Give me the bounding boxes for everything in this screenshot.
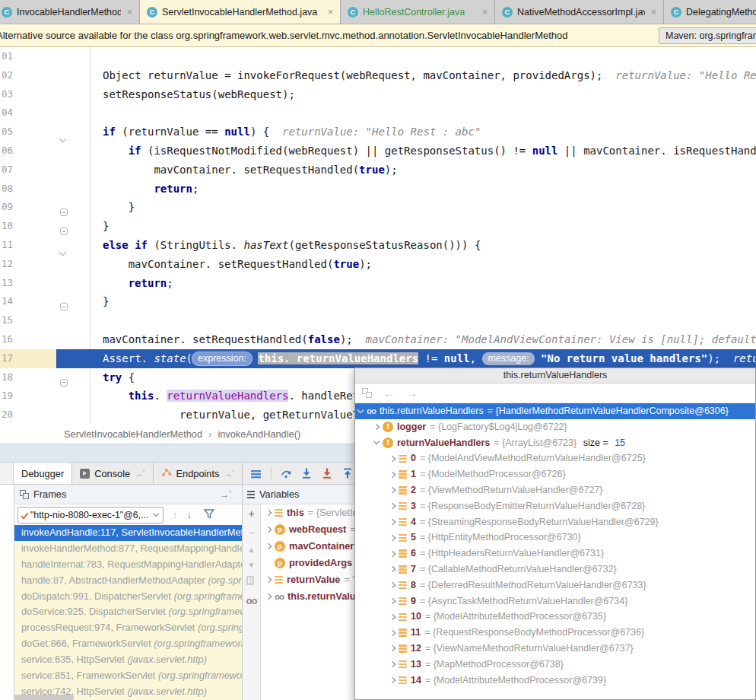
editor-tab-5[interactable]: CDelegatingMethodAccessorImpl.java× bbox=[664, 0, 756, 24]
close-icon[interactable]: × bbox=[127, 7, 132, 18]
code-line[interactable]: 03setResponseStatus(webRequest); bbox=[0, 85, 756, 104]
expander-icon[interactable] bbox=[357, 407, 364, 413]
code-line[interactable]: 09} bbox=[0, 198, 756, 217]
expander-icon[interactable] bbox=[389, 661, 395, 667]
code-line[interactable]: 01 bbox=[0, 47, 756, 66]
breadcrumb-item[interactable]: ServletInvocableHandlerMethod bbox=[64, 428, 202, 440]
tree-row[interactable]: 10 = {ModelAttributeMethodProcessor@6735… bbox=[355, 609, 755, 625]
stack-frame-row[interactable]: handleInternal:783, RequestMappingHandle… bbox=[14, 557, 242, 573]
tree-row[interactable]: 5 = {HttpEntityMethodProcessor@6730} bbox=[355, 530, 755, 546]
expander-icon[interactable] bbox=[389, 677, 395, 683]
expander-icon[interactable] bbox=[389, 503, 395, 509]
back-arrow-icon[interactable]: ← bbox=[383, 387, 395, 399]
frame-down-icon[interactable]: ↓ bbox=[187, 509, 192, 520]
thread-dropdown[interactable]: "http-nio-8080-exec-1"@6,... bbox=[17, 507, 164, 523]
expander-icon[interactable] bbox=[373, 424, 380, 430]
expander-icon[interactable] bbox=[389, 471, 395, 477]
expander-icon[interactable] bbox=[265, 527, 272, 533]
expander-icon[interactable] bbox=[389, 582, 395, 588]
tree-row[interactable]: 9 = {AsyncTaskMethodReturnValueHandler@6… bbox=[355, 593, 755, 609]
expander-icon[interactable] bbox=[389, 535, 395, 541]
stack-frame-row[interactable]: processRequest:974, FrameworkServlet (or… bbox=[14, 620, 242, 636]
tree-row[interactable]: 12 = {ViewNameMethodReturnValueHandler@6… bbox=[355, 641, 755, 657]
stack-frame-row[interactable]: service:635, HttpServlet (javax.servlet.… bbox=[14, 652, 242, 668]
expander-icon[interactable] bbox=[265, 577, 272, 583]
tree-row[interactable]: 7 = {CallableMethodReturnValueHandler@67… bbox=[355, 562, 755, 578]
tool-window-tab-console[interactable]: Console→ʾ bbox=[72, 463, 153, 484]
breadcrumb-item[interactable]: invokeAndHandle() bbox=[218, 428, 300, 440]
stack-frame-row[interactable]: doDispatch:991, DispatcherServlet (org.s… bbox=[14, 589, 242, 605]
editor-tab-1[interactable]: CInvocableHandlerMethod.java× bbox=[0, 0, 140, 24]
expander-icon[interactable] bbox=[389, 598, 395, 604]
expander-icon[interactable] bbox=[389, 487, 395, 493]
move-up-icon[interactable]: ▲ bbox=[248, 546, 256, 554]
frames-pin-icon[interactable]: →ʻ bbox=[220, 489, 231, 500]
remove-watch-icon[interactable]: − bbox=[248, 527, 254, 539]
threads-menu-icon[interactable] bbox=[250, 467, 262, 479]
tool-window-tab-endpoints[interactable]: Endpoints→ʾ bbox=[154, 463, 243, 484]
stack-frame-row[interactable]: doService:925, DispatcherServlet (org.sp… bbox=[14, 604, 242, 620]
frame-up-icon[interactable]: ↑ bbox=[173, 509, 178, 520]
fold-marker-icon[interactable] bbox=[60, 374, 68, 393]
tree-row[interactable]: 14 = {ModelAttributeMethodProcessor@6739… bbox=[355, 673, 755, 689]
horizontal-scrollbar-thumb[interactable] bbox=[14, 695, 74, 700]
code-line[interactable]: 16mavContainer. setRequestHandled(false)… bbox=[0, 330, 756, 349]
tree-row[interactable]: freturnValueHandlers = {ArrayList@6723} … bbox=[355, 435, 755, 451]
popup-variable-tree[interactable]: oothis.returnValueHandlers = {HandlerMet… bbox=[355, 403, 755, 699]
editor-tab-4[interactable]: CNativeMethodAccessorImpl.java× bbox=[495, 0, 664, 24]
duplicate-watch-icon[interactable] bbox=[246, 576, 256, 588]
code-line[interactable]: 05if (returnValue == null) { returnValue… bbox=[0, 123, 756, 142]
expander-icon[interactable] bbox=[373, 438, 380, 444]
code-line[interactable]: 07mavContainer. setRequestHandled(true); bbox=[0, 161, 756, 180]
tree-row[interactable]: 11 = {RequestResponseBodyMethodProcessor… bbox=[355, 625, 755, 641]
fold-marker-icon[interactable] bbox=[60, 242, 65, 261]
tree-row[interactable]: flogger = {LogFactory$Log4jLog@6722} bbox=[355, 419, 755, 435]
expander-icon[interactable] bbox=[265, 593, 272, 600]
fold-marker-icon[interactable] bbox=[60, 204, 68, 223]
expander-icon[interactable] bbox=[389, 645, 395, 651]
code-line[interactable]: 06if (isRequestNotModified(webRequest) |… bbox=[0, 142, 756, 161]
stack-frame-row[interactable]: invokeHandlerMethod:877, RequestMappingH… bbox=[14, 541, 242, 557]
tree-row[interactable]: 6 = {HttpHeadersReturnValueHandler@6731} bbox=[355, 546, 755, 562]
code-line[interactable]: 15 bbox=[0, 311, 756, 330]
stack-frame-row[interactable]: service:851, FrameworkServlet (org.sprin… bbox=[14, 668, 242, 684]
code-line[interactable]: 14} bbox=[0, 292, 756, 311]
fold-marker-icon[interactable] bbox=[60, 298, 68, 317]
move-down-icon[interactable]: ▼ bbox=[248, 561, 256, 569]
current-execution-line[interactable]: 17Assert. state(expression: this. return… bbox=[0, 349, 756, 368]
force-step-into-icon[interactable] bbox=[321, 467, 333, 479]
code-line[interactable]: 10} bbox=[0, 217, 756, 236]
close-icon[interactable]: × bbox=[651, 7, 656, 18]
forward-arrow-icon[interactable]: → bbox=[406, 387, 418, 399]
close-icon[interactable]: × bbox=[328, 7, 333, 18]
step-out-icon[interactable] bbox=[341, 467, 354, 479]
maven-source-button[interactable]: Maven: org.springframework:spring-webmvc bbox=[659, 27, 756, 44]
expander-icon[interactable] bbox=[265, 543, 272, 549]
stack-frame-row[interactable]: doGet:866, FrameworkServlet (org.springf… bbox=[14, 636, 242, 652]
tree-row[interactable]: 2 = {ViewMethodReturnValueHandler@6727} bbox=[355, 482, 755, 498]
fold-marker-icon[interactable] bbox=[60, 129, 65, 148]
code-line[interactable]: 04 bbox=[0, 103, 756, 123]
tool-window-tab-debugger[interactable]: Debugger bbox=[14, 463, 72, 484]
filter-frames-icon[interactable] bbox=[204, 509, 214, 521]
close-icon[interactable]: × bbox=[482, 7, 488, 18]
code-line[interactable]: 02Object returnValue = invokeForRequest(… bbox=[0, 66, 756, 85]
code-line[interactable]: 11else if (StringUtils. hasText(getRespo… bbox=[0, 236, 756, 255]
tree-row[interactable]: 4 = {StreamingResponseBodyReturnValueHan… bbox=[355, 514, 755, 530]
tree-row[interactable]: 0 = {ModelAndViewMethodReturnValueHandle… bbox=[355, 450, 755, 466]
tree-row[interactable]: 8 = {DeferredResultMethodReturnValueHand… bbox=[355, 578, 755, 593]
expander-icon[interactable] bbox=[389, 550, 395, 556]
stack-frame-row[interactable]: invokeAndHandle:117, ServletInvocableHan… bbox=[14, 525, 242, 541]
step-over-icon[interactable] bbox=[280, 467, 292, 479]
tree-row[interactable]: 13 = {MapMethodProcessor@6738} bbox=[355, 657, 755, 673]
tree-row[interactable]: 3 = {ResponseBodyEmitterReturnValueHandl… bbox=[355, 498, 755, 514]
editor-tab-3[interactable]: CHelloRestController.java× bbox=[341, 0, 495, 24]
show-watches-icon[interactable]: oo bbox=[246, 595, 257, 606]
code-line[interactable]: 08return; bbox=[0, 180, 756, 199]
expander-icon[interactable] bbox=[389, 456, 395, 462]
expander-icon[interactable] bbox=[389, 519, 395, 525]
tree-row[interactable]: 1 = {ModelMethodProcessor@6726} bbox=[355, 466, 755, 482]
expander-icon[interactable] bbox=[389, 614, 395, 620]
code-line[interactable]: 13return; bbox=[0, 274, 756, 293]
step-into-icon[interactable] bbox=[300, 467, 313, 479]
